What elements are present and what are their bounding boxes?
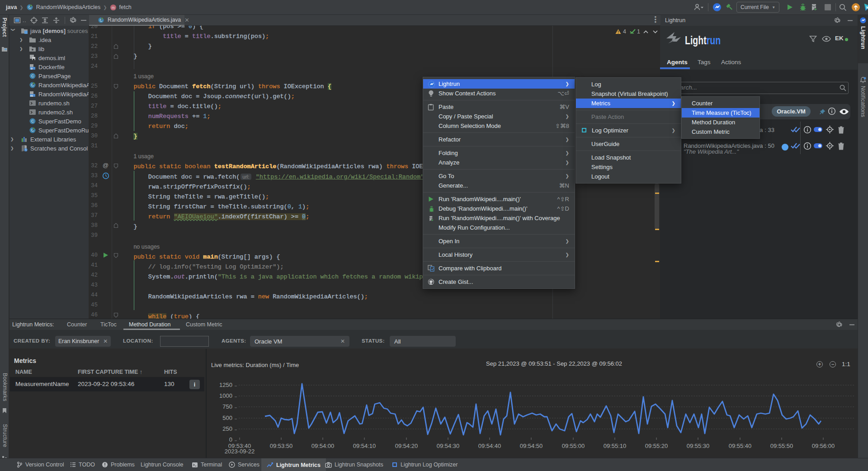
svg-text:C: C <box>31 74 34 78</box>
svg-text:m: m <box>112 5 115 9</box>
svg-text:09:54:00: 09:54:00 <box>311 443 335 449</box>
svg-text:09:55:10: 09:55:10 <box>604 443 627 449</box>
svg-text:09:56:00: 09:56:00 <box>812 443 835 449</box>
svg-text:09:54:10: 09:54:10 <box>353 443 376 449</box>
svg-text:09:53:50: 09:53:50 <box>270 443 293 449</box>
svg-text:250: 250 <box>222 425 232 432</box>
svg-text:09:55:50: 09:55:50 <box>770 443 793 449</box>
svg-text:09:54:40: 09:54:40 <box>478 443 501 449</box>
svg-text:09:55:00: 09:55:00 <box>562 443 585 449</box>
svg-text:750: 750 <box>222 403 232 410</box>
svg-text:09:55:20: 09:55:20 <box>645 443 668 449</box>
svg-text:09:54:20: 09:54:20 <box>395 443 418 449</box>
svg-text:09:55:30: 09:55:30 <box>687 443 710 449</box>
svg-text:1250: 1250 <box>219 382 232 388</box>
svg-text:2023-09-22: 2023-09-22 <box>225 448 255 455</box>
svg-text:0: 0 <box>229 436 232 443</box>
svg-text:09:54:50: 09:54:50 <box>520 443 543 449</box>
svg-text:C: C <box>31 119 34 123</box>
svg-text:500: 500 <box>222 414 232 421</box>
svg-text:1000: 1000 <box>219 392 232 399</box>
svg-text:01: 01 <box>30 94 33 97</box>
svg-text:09:55:40: 09:55:40 <box>729 443 752 449</box>
svg-text:D: D <box>31 67 33 70</box>
svg-text:09:54:30: 09:54:30 <box>437 443 460 449</box>
